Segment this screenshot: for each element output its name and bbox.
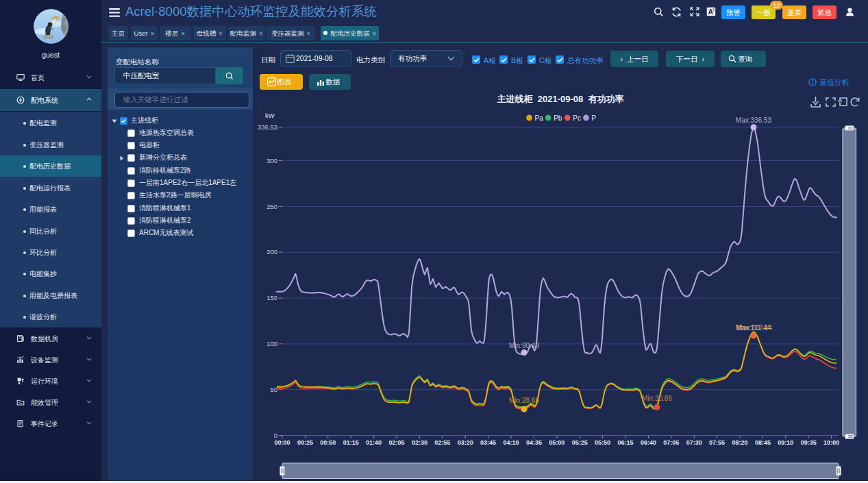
- svg-text:04:10: 04:10: [503, 439, 519, 446]
- svg-text:150: 150: [266, 294, 277, 301]
- svg-text:Min:30.86: Min:30.86: [642, 395, 672, 402]
- svg-text:200: 200: [266, 248, 277, 256]
- svg-text:Min:28.66: Min:28.66: [509, 397, 539, 404]
- svg-text:06:40: 06:40: [641, 439, 656, 446]
- svg-text:文: 文: [712, 8, 716, 12]
- svg-text:02:55: 02:55: [434, 439, 450, 446]
- svg-text:Max:336.53: Max:336.53: [736, 116, 772, 124]
- svg-text:05:50: 05:50: [595, 439, 610, 446]
- svg-text:06:15: 06:15: [617, 439, 633, 446]
- svg-text:07:30: 07:30: [686, 439, 702, 446]
- svg-text:02:30: 02:30: [412, 439, 427, 446]
- svg-text:08:20: 08:20: [732, 439, 747, 446]
- svg-text:Pa: Pa: [535, 114, 544, 122]
- svg-text:09:35: 09:35: [801, 439, 817, 446]
- svg-text:02:05: 02:05: [388, 439, 404, 446]
- svg-text:10:00: 10:00: [823, 439, 839, 446]
- svg-text:Pb: Pb: [554, 114, 562, 122]
- svg-text:100: 100: [266, 340, 277, 347]
- svg-text:09:10: 09:10: [778, 439, 793, 446]
- svg-text:04:35: 04:35: [526, 439, 542, 446]
- svg-text:01:15: 01:15: [343, 439, 359, 446]
- svg-text:01:40: 01:40: [366, 439, 382, 446]
- svg-text:00:00: 00:00: [274, 439, 290, 446]
- svg-text:336.53: 336.53: [258, 123, 277, 131]
- svg-text:主进线柜 2021-09-08 有功功率: 主进线柜 2021-09-08 有功功率: [497, 94, 624, 104]
- svg-text:05:00: 05:00: [549, 439, 565, 446]
- svg-text:kW: kW: [265, 112, 275, 119]
- svg-text:300: 300: [266, 157, 277, 164]
- svg-text:03:20: 03:20: [458, 439, 473, 446]
- svg-text:Min:90.49: Min:90.49: [509, 342, 539, 349]
- svg-text:07:55: 07:55: [709, 439, 725, 446]
- svg-text:50: 50: [270, 386, 277, 393]
- svg-text:00:50: 00:50: [320, 439, 336, 446]
- svg-text:00:25: 00:25: [297, 439, 313, 446]
- svg-text:03:45: 03:45: [480, 439, 496, 446]
- svg-text:Max:111.44: Max:111.44: [736, 324, 771, 332]
- svg-text:250: 250: [266, 203, 277, 210]
- svg-text:07:05: 07:05: [663, 439, 679, 446]
- svg-text:08:45: 08:45: [755, 439, 771, 446]
- svg-text:Pc: Pc: [573, 114, 581, 122]
- svg-text:0: 0: [274, 432, 277, 439]
- svg-text:05:25: 05:25: [572, 439, 588, 446]
- svg-text:P: P: [592, 114, 597, 122]
